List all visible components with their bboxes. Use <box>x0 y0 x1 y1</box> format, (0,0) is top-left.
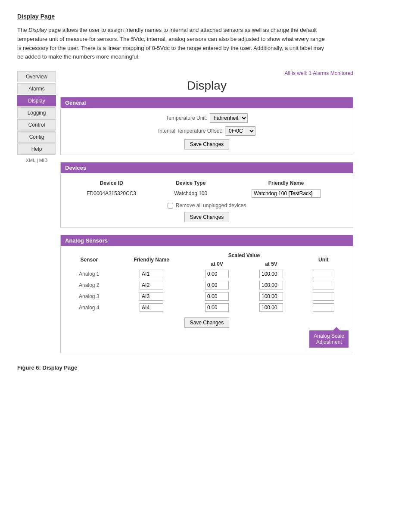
at-5v-input-4[interactable] <box>259 303 283 312</box>
analog-scale-callout: Analog Scale Adjustment <box>309 330 349 348</box>
device-friendly-name-cell <box>224 188 349 199</box>
status-bar: All is well: 1 Alarms Monitored <box>60 70 353 76</box>
sidebar-item-xml-mib[interactable]: XML | MIB <box>17 156 56 165</box>
unit-cell <box>298 268 349 280</box>
analog-sensors-content: Sensor Friendly Name Scaled Value Unit a… <box>61 246 353 353</box>
sensor-label: Analog 4 <box>65 302 113 313</box>
callout-line2: Adjustment <box>314 339 344 345</box>
sensor-label: Analog 3 <box>65 291 113 302</box>
at-0v-cell <box>190 268 244 280</box>
unit-input-1[interactable] <box>313 270 334 278</box>
analog-friendly-name-input-2[interactable] <box>140 281 163 289</box>
devices-section-header: Devices <box>61 162 353 173</box>
callout-line1: Analog Scale <box>314 333 344 339</box>
analog-friendly-name-cell <box>113 291 190 302</box>
unit-input-4[interactable] <box>313 303 334 312</box>
devices-save-button[interactable]: Save Changes <box>184 212 230 222</box>
at-5v-cell <box>244 280 299 291</box>
analog-sensors-table: Sensor Friendly Name Scaled Value Unit a… <box>65 251 349 313</box>
at-0v-cell <box>190 280 244 291</box>
scaled-value-header: Scaled Value <box>190 251 299 260</box>
sidebar-item-display[interactable]: Display <box>17 95 56 106</box>
temp-unit-row: Temperature Unit: Fahrenheit Celsius <box>65 113 349 123</box>
devices-table: Device ID Device Type Friendly Name FD00… <box>65 178 349 199</box>
analog-sensors-header: Analog Sensors <box>61 235 353 246</box>
sidebar-item-alarms[interactable]: Alarms <box>17 83 56 94</box>
analog-friendly-name-cell <box>113 268 190 280</box>
analog-friendly-name-cell <box>113 302 190 313</box>
sidebar-item-control[interactable]: Control <box>17 119 56 131</box>
at-0v-input-1[interactable] <box>205 270 229 278</box>
device-type-cell: Watchdog 100 <box>158 188 224 199</box>
device-friendly-name-input[interactable] <box>252 189 321 198</box>
page-title: Display Page <box>17 13 394 20</box>
device-id-cell: FD0004A315320CC3 <box>65 188 158 199</box>
intro-text: The Display page allows the user to assi… <box>17 26 327 62</box>
at-0v-input-4[interactable] <box>205 303 229 312</box>
temp-unit-label: Temperature Unit: <box>166 115 207 121</box>
internal-temp-label: Internal Temperature Offset: <box>158 128 222 134</box>
analog-friendly-name-input-4[interactable] <box>140 303 163 312</box>
general-section-content: Temperature Unit: Fahrenheit Celsius Int… <box>61 108 353 155</box>
at-0v-cell <box>190 291 244 302</box>
remove-unplugged-row: Remove all unplugged devices <box>65 202 349 208</box>
content-area: All is well: 1 Alarms Monitored Display … <box>56 70 353 360</box>
at-5v-input-2[interactable] <box>259 281 283 289</box>
sidebar-item-overview[interactable]: Overview <box>17 71 56 82</box>
unit-cell <box>298 280 349 291</box>
table-row: Analog 3 <box>65 291 349 302</box>
internal-temp-select[interactable]: 0F/0C 1F/1C -1F/-1C <box>225 126 255 136</box>
col-at-5v: at 5V <box>244 260 299 268</box>
table-row: Analog 1 <box>65 268 349 280</box>
sidebar-item-config[interactable]: Config <box>17 131 56 143</box>
at-0v-input-2[interactable] <box>205 281 229 289</box>
analog-friendly-name-cell <box>113 280 190 291</box>
main-layout: Overview Alarms Display Logging Control … <box>17 70 353 360</box>
unit-input-2[interactable] <box>313 281 334 289</box>
col-friendly-name: Friendly Name <box>224 178 349 188</box>
table-row: Analog 4 <box>65 302 349 313</box>
unit-input-3[interactable] <box>313 292 334 301</box>
col-sensor: Sensor <box>65 251 113 268</box>
sidebar: Overview Alarms Display Logging Control … <box>17 70 56 360</box>
devices-section: Devices Device ID Device Type Friendly N… <box>60 162 353 228</box>
sidebar-item-logging[interactable]: Logging <box>17 107 56 118</box>
general-section-header: General <box>61 97 353 108</box>
col-device-id: Device ID <box>65 178 158 188</box>
analog-sensors-section: Analog Sensors Sensor Friendly Name Scal… <box>60 235 353 353</box>
figure-caption: Figure 6: Display Page <box>17 364 394 371</box>
analog-friendly-name-input-3[interactable] <box>140 292 163 301</box>
remove-unplugged-label: Remove all unplugged devices <box>176 202 246 208</box>
unit-cell <box>298 291 349 302</box>
sensor-label: Analog 2 <box>65 280 113 291</box>
table-row: FD0004A315320CC3 Watchdog 100 <box>65 188 349 199</box>
remove-unplugged-checkbox[interactable] <box>168 203 173 208</box>
display-heading: Display <box>60 79 353 93</box>
callout-wrapper: Analog Scale Adjustment <box>65 329 349 348</box>
sidebar-item-help[interactable]: Help <box>17 143 56 155</box>
at-5v-input-1[interactable] <box>259 270 283 278</box>
col-analog-friendly-name: Friendly Name <box>113 251 190 268</box>
internal-temp-row: Internal Temperature Offset: 0F/0C 1F/1C… <box>65 126 349 136</box>
col-unit: Unit <box>298 251 349 268</box>
analog-save-button[interactable]: Save Changes <box>184 317 230 328</box>
at-0v-cell <box>190 302 244 313</box>
at-0v-input-3[interactable] <box>205 292 229 301</box>
at-5v-cell <box>244 268 299 280</box>
general-save-button[interactable]: Save Changes <box>184 139 230 149</box>
at-5v-cell <box>244 291 299 302</box>
devices-section-content: Device ID Device Type Friendly Name FD00… <box>61 173 353 227</box>
analog-friendly-name-input-1[interactable] <box>140 270 163 278</box>
col-device-type: Device Type <box>158 178 224 188</box>
table-row: Analog 2 <box>65 280 349 291</box>
col-at-0v: at 0V <box>190 260 244 268</box>
sensor-label: Analog 1 <box>65 268 113 280</box>
temp-unit-select[interactable]: Fahrenheit Celsius <box>210 113 248 123</box>
general-section: General Temperature Unit: Fahrenheit Cel… <box>60 97 353 155</box>
unit-cell <box>298 302 349 313</box>
at-5v-cell <box>244 302 299 313</box>
at-5v-input-3[interactable] <box>259 292 283 301</box>
